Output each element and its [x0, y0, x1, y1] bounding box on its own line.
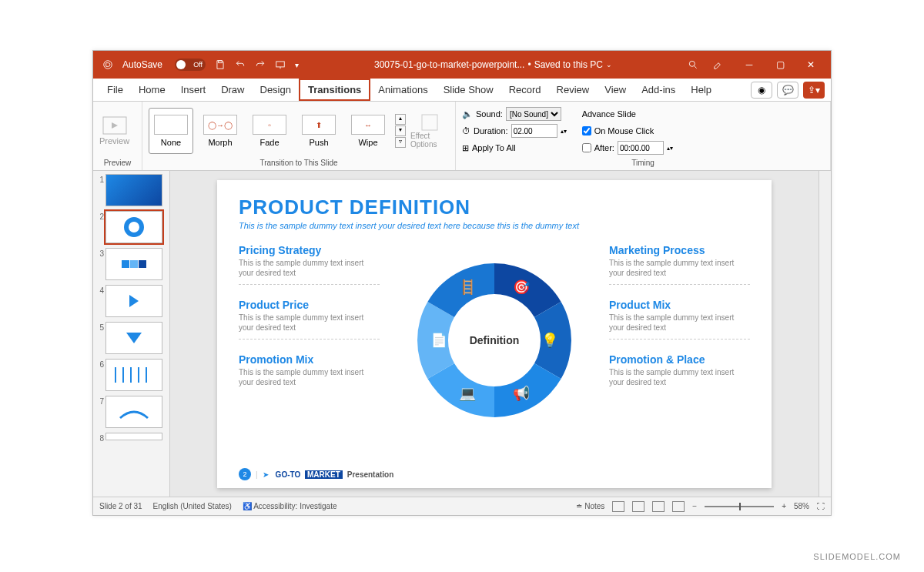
transition-wipe[interactable]: ↔Wipe	[346, 108, 390, 154]
tab-help[interactable]: Help	[683, 79, 719, 101]
title-bar: AutoSave Off ▾ 30075-01-go-to-market-pow…	[93, 51, 831, 79]
thumbnail-3[interactable]	[105, 248, 162, 280]
tab-animations[interactable]: Animations	[370, 79, 435, 101]
ribbon-tabs: File Home Insert Draw Design Transitions…	[93, 79, 831, 102]
svg-rect-1	[219, 61, 223, 63]
slide-number-badge: 2	[239, 468, 251, 480]
svg-text:🪜: 🪜	[459, 279, 477, 296]
notes-button[interactable]: ≐ Notes	[576, 502, 604, 510]
view-sorter[interactable]	[632, 501, 644, 512]
sound-row: 🔈Sound:[No Sound]	[462, 106, 567, 122]
slide-footer: 2 | ➤ GO-TO MARKET Presentation	[239, 468, 393, 480]
zoom-out[interactable]: −	[692, 502, 697, 510]
thumbnail-6[interactable]	[105, 359, 162, 391]
duration-input[interactable]	[511, 124, 557, 138]
tab-draw[interactable]: Draw	[213, 79, 252, 101]
thumbnail-2[interactable]	[105, 211, 162, 243]
transition-fade[interactable]: ▫Fade	[247, 108, 292, 154]
tab-file[interactable]: File	[99, 79, 131, 101]
transition-morph[interactable]: ◯→◯Morph	[198, 108, 243, 154]
view-reading[interactable]	[652, 501, 665, 512]
draw-mode-button[interactable]	[703, 51, 734, 79]
editor-body: 1 2 3 4 5 6 7 8 PRODUCT DEFINITION This …	[93, 171, 831, 497]
svg-text:📄: 📄	[430, 332, 448, 349]
sound-select[interactable]: [No Sound]	[506, 107, 561, 121]
svg-text:🎯: 🎯	[513, 279, 531, 296]
qat-overflow[interactable]: ▾	[290, 51, 303, 79]
thumbnail-5[interactable]	[105, 322, 162, 354]
app-icon	[98, 51, 118, 79]
tab-design[interactable]: Design	[253, 79, 299, 101]
svg-text:💡: 💡	[541, 332, 559, 349]
transition-gallery-scroll[interactable]: ▴ ▾ ▿	[395, 114, 406, 148]
record-indicator[interactable]: ◉	[751, 82, 772, 99]
svg-text:💻: 💻	[459, 385, 477, 402]
item-product-price[interactable]: Product PriceThis is the sample dummy te…	[239, 299, 380, 340]
maximize-button[interactable]: ▢	[765, 59, 795, 70]
zoom-slider[interactable]	[705, 506, 774, 507]
transition-none[interactable]: None	[149, 108, 193, 154]
group-label-transition: Transition to This Slide	[149, 157, 449, 167]
view-normal[interactable]	[612, 501, 624, 512]
autosave-label: AutoSave	[118, 51, 167, 79]
undo-button[interactable]	[230, 51, 250, 79]
duration-row: ⏱Duration:▴▾	[462, 123, 567, 139]
zoom-in[interactable]: +	[782, 502, 786, 510]
item-product-mix[interactable]: Product MixThis is the sample dummy text…	[609, 299, 750, 340]
slide-subtitle[interactable]: This is the sample dummy text insert you…	[239, 221, 750, 230]
slide-canvas[interactable]: PRODUCT DEFINITION This is the sample du…	[170, 171, 819, 497]
ribbon: Preview Preview None ◯→◯Morph ▫Fade ⬆Pus…	[93, 102, 831, 171]
redo-button[interactable]	[250, 51, 270, 79]
comments-button[interactable]: 💬	[777, 82, 798, 99]
app-window: AutoSave Off ▾ 30075-01-go-to-market-pow…	[92, 50, 832, 516]
svg-rect-2	[276, 62, 285, 67]
after-checkbox[interactable]	[582, 143, 591, 152]
after-input[interactable]	[618, 141, 664, 155]
present-button[interactable]	[270, 51, 290, 79]
thumbnail-8[interactable]	[105, 433, 162, 440]
language-indicator[interactable]: English (United States)	[153, 502, 232, 510]
circular-diagram[interactable]: 🎯 💡 📢 💻 📄 🪜 Definition	[390, 244, 598, 437]
tab-addins[interactable]: Add-ins	[634, 79, 683, 101]
svg-point-0	[104, 61, 112, 69]
apply-all-button[interactable]: ⊞Apply To All	[462, 140, 567, 156]
transition-push[interactable]: ⬆Push	[296, 108, 341, 154]
item-pricing-strategy[interactable]: Pricing StrategyThis is the sample dummy…	[239, 244, 380, 285]
tab-home[interactable]: Home	[131, 79, 173, 101]
left-column: Pricing StrategyThis is the sample dummy…	[239, 244, 380, 437]
thumbnail-4[interactable]	[105, 285, 162, 317]
svg-text:📢: 📢	[513, 385, 531, 402]
thumbnail-1[interactable]	[105, 174, 162, 206]
slide-thumbnails: 1 2 3 4 5 6 7 8	[93, 171, 170, 497]
tab-view[interactable]: View	[597, 79, 634, 101]
thumbnail-7[interactable]	[105, 396, 162, 428]
item-promotion-mix[interactable]: Promotion MixThis is the sample dummy te…	[239, 353, 380, 387]
save-button[interactable]	[210, 51, 230, 79]
diagram-center[interactable]: Definition	[452, 298, 537, 383]
search-button[interactable]	[683, 51, 703, 79]
tab-review[interactable]: Review	[549, 79, 598, 101]
item-promotion-place[interactable]: Promotion & PlaceThis is the sample dumm…	[609, 353, 750, 387]
item-marketing-process[interactable]: Marketing ProcessThis is the sample dumm…	[609, 244, 750, 285]
vertical-scrollbar[interactable]	[819, 171, 831, 497]
slide-title[interactable]: PRODUCT DEFINITION	[239, 196, 750, 219]
advance-slide-label: Advance Slide	[582, 106, 673, 122]
share-button[interactable]: ⇪▾	[803, 82, 825, 99]
view-slideshow[interactable]	[672, 501, 685, 512]
close-button[interactable]: ✕	[795, 59, 826, 70]
fit-to-window[interactable]: ⛶	[817, 502, 825, 510]
slide-content: PRODUCT DEFINITION This is the sample du…	[217, 180, 772, 488]
tab-insert[interactable]: Insert	[173, 79, 214, 101]
tab-record[interactable]: Record	[501, 79, 549, 101]
preview-button[interactable]: Preview	[99, 116, 129, 146]
tab-transitions[interactable]: Transitions	[299, 79, 370, 101]
on-mouse-click-label: On Mouse Click	[594, 126, 654, 135]
after-label: After:	[594, 143, 614, 152]
on-mouse-click-checkbox[interactable]	[582, 126, 591, 135]
tab-slideshow[interactable]: Slide Show	[436, 79, 501, 101]
minimize-button[interactable]: ─	[734, 59, 765, 70]
accessibility-indicator[interactable]: ♿ Accessibility: Investigate	[243, 502, 337, 510]
slide-indicator[interactable]: Slide 2 of 31	[99, 502, 142, 510]
autosave-toggle[interactable]: Off	[167, 51, 210, 79]
zoom-level[interactable]: 58%	[794, 502, 809, 510]
